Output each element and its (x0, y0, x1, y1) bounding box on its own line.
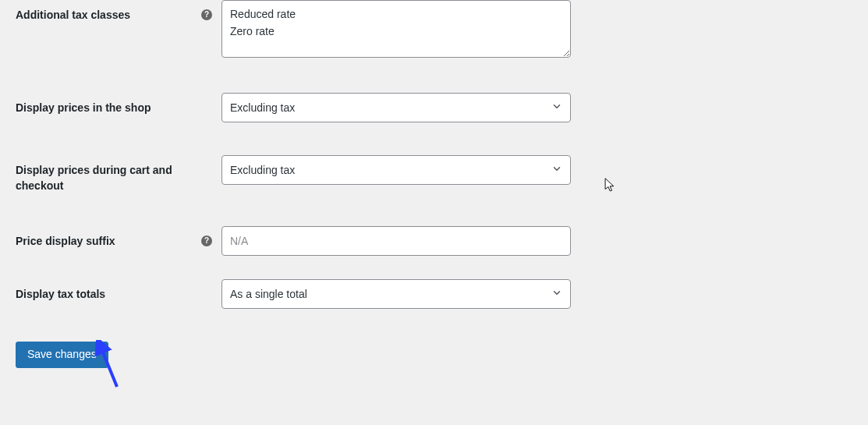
row-display-prices-shop: Display prices in the shop Excluding tax (16, 93, 852, 122)
help-col: ? (201, 0, 218, 20)
display-prices-shop-select[interactable]: Excluding tax (221, 93, 571, 122)
save-changes-button[interactable]: Save changes (16, 342, 108, 368)
field-col (221, 226, 571, 256)
help-col (201, 93, 218, 102)
display-prices-cart-select[interactable]: Excluding tax (221, 155, 571, 185)
field-col: As a single total (221, 279, 571, 309)
tax-settings-form: Additional tax classes ? Display prices … (0, 0, 868, 384)
label-display-tax-totals: Display tax totals (16, 287, 105, 303)
display-tax-totals-select[interactable]: As a single total (221, 279, 571, 309)
label-display-prices-shop: Display prices in the shop (16, 101, 151, 116)
chevron-down-icon (551, 101, 562, 115)
row-display-prices-cart: Display prices during cart and checkout … (16, 155, 852, 193)
row-additional-tax-classes: Additional tax classes ? (16, 0, 852, 60)
field-col (221, 0, 571, 60)
additional-tax-classes-textarea[interactable] (221, 0, 571, 58)
label-display-prices-cart: Display prices during cart and checkout (16, 163, 187, 193)
help-icon[interactable]: ? (201, 236, 212, 246)
help-icon[interactable]: ? (201, 9, 212, 20)
help-col (201, 155, 218, 165)
label-col: Additional tax classes (16, 0, 218, 23)
label-price-display-suffix: Price display suffix (16, 234, 115, 250)
row-price-display-suffix: Price display suffix ? (16, 226, 852, 256)
price-display-suffix-input[interactable] (221, 226, 571, 256)
chevron-down-icon (551, 288, 562, 301)
select-value: Excluding tax (230, 164, 295, 176)
label-col: Display prices during cart and checkout (16, 155, 218, 193)
field-col: Excluding tax (221, 155, 571, 185)
label-col: Price display suffix (16, 226, 218, 250)
chevron-down-icon (551, 164, 562, 177)
help-col (201, 279, 218, 289)
field-col: Excluding tax (221, 93, 571, 122)
select-value: As a single total (230, 288, 307, 300)
label-col: Display prices in the shop (16, 93, 218, 116)
help-col: ? (201, 226, 218, 246)
label-additional-tax-classes: Additional tax classes (16, 8, 130, 23)
row-display-tax-totals: Display tax totals As a single total (16, 279, 852, 309)
label-col: Display tax totals (16, 279, 218, 303)
select-value: Excluding tax (230, 101, 295, 114)
